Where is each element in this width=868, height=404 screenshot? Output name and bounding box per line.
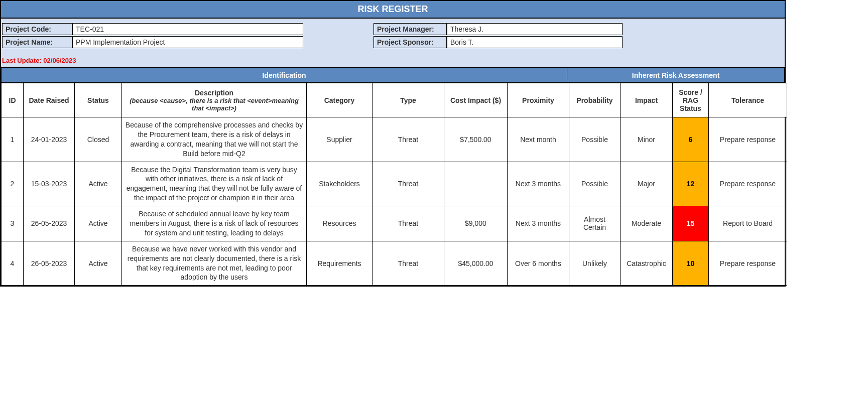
- cell-impact: Major: [621, 162, 673, 206]
- col-probability: Probability: [569, 83, 621, 117]
- risk-register-container: RISK REGISTER Project Code: TEC-021 Proj…: [0, 0, 786, 287]
- col-status: Status: [75, 83, 122, 117]
- cell-proximity: Next 3 months: [508, 206, 569, 241]
- cell-category: Requirements: [307, 241, 373, 286]
- cell-probability: Unlikely: [569, 241, 621, 286]
- last-update: Last Update: 02/06/2023: [1, 49, 785, 65]
- cell-date-raised: 26-05-2023: [24, 206, 75, 241]
- cell-status: Active: [75, 206, 122, 241]
- project-name-value: PPM Implementation Project: [72, 36, 303, 48]
- risk-table: ID Date Raised Status Description (becau…: [1, 83, 787, 286]
- cell-impact: Catastrophic: [621, 241, 673, 286]
- cell-score: 6: [673, 117, 709, 162]
- project-manager-label: Project Manager:: [374, 23, 447, 35]
- section-headers: Identification Inherent Risk Assessment: [1, 68, 785, 83]
- cell-category: Resources: [307, 206, 373, 241]
- page-title: RISK REGISTER: [1, 1, 785, 19]
- col-id: ID: [2, 83, 24, 117]
- cell-probability: Possible: [569, 117, 621, 162]
- cell-id: 2: [2, 162, 24, 206]
- col-cost-impact: Cost Impact ($): [444, 83, 508, 117]
- cell-id: 1: [2, 117, 24, 162]
- cell-date-raised: 15-03-2023: [24, 162, 75, 206]
- col-description-title: Description: [125, 89, 303, 97]
- cell-status: Active: [75, 162, 122, 206]
- col-impact: Impact: [621, 83, 673, 117]
- cell-description: Because of scheduled annual leave by key…: [122, 206, 307, 241]
- project-name-label: Project Name:: [2, 36, 72, 48]
- cell-type: Threat: [373, 162, 444, 206]
- cell-description: Because the Digital Transformation team …: [122, 162, 307, 206]
- cell-impact: Minor: [621, 117, 673, 162]
- cell-description: Because we have never worked with this v…: [122, 241, 307, 286]
- project-code-value: TEC-021: [72, 23, 303, 35]
- cell-type: Threat: [373, 117, 444, 162]
- cell-proximity: Over 6 months: [508, 241, 569, 286]
- col-description-subtitle: (because <cause>, there is a risk that <…: [125, 97, 303, 112]
- col-score: Score / RAG Status: [673, 83, 709, 117]
- project-sponsor-value: Boris T.: [447, 36, 623, 48]
- col-proximity: Proximity: [508, 83, 569, 117]
- cell-cost-impact: $45,000.00: [444, 241, 508, 286]
- cell-score: 15: [673, 206, 709, 241]
- cell-tolerance: Prepare response: [709, 162, 787, 206]
- cell-cost-impact: $9,000: [444, 206, 508, 241]
- cell-cost-impact: [444, 162, 508, 206]
- col-type: Type: [373, 83, 444, 117]
- project-manager-value: Theresa J.: [447, 23, 623, 35]
- project-code-label: Project Code:: [2, 23, 72, 35]
- cell-type: Threat: [373, 241, 444, 286]
- col-date-raised: Date Raised: [24, 83, 75, 117]
- cell-score: 12: [673, 162, 709, 206]
- cell-description: Because of the comprehensive processes a…: [122, 117, 307, 162]
- cell-proximity: Next month: [508, 117, 569, 162]
- col-tolerance: Tolerance: [709, 83, 787, 117]
- cell-category: Stakeholders: [307, 162, 373, 206]
- project-sponsor-label: Project Sponsor:: [374, 36, 447, 48]
- cell-type: Threat: [373, 206, 444, 241]
- cell-status: Active: [75, 241, 122, 286]
- cell-score: 10: [673, 241, 709, 286]
- col-description: Description (because <cause>, there is a…: [122, 83, 307, 117]
- cell-probability: Possible: [569, 162, 621, 206]
- column-header-row: ID Date Raised Status Description (becau…: [2, 83, 787, 117]
- cell-id: 3: [2, 206, 24, 241]
- table-row: 326-05-2023ActiveBecause of scheduled an…: [2, 206, 787, 241]
- cell-probability: Almost Certain: [569, 206, 621, 241]
- cell-id: 4: [2, 241, 24, 286]
- table-row: 426-05-2023ActiveBecause we have never w…: [2, 241, 787, 286]
- cell-status: Closed: [75, 117, 122, 162]
- table-row: 215-03-2023ActiveBecause the Digital Tra…: [2, 162, 787, 206]
- cell-tolerance: Prepare response: [709, 117, 787, 162]
- cell-impact: Moderate: [621, 206, 673, 241]
- assessment-header: Inherent Risk Assessment: [567, 68, 785, 83]
- table-row: 124-01-2023ClosedBecause of the comprehe…: [2, 117, 787, 162]
- cell-proximity: Next 3 months: [508, 162, 569, 206]
- identification-header: Identification: [1, 68, 567, 83]
- cell-date-raised: 24-01-2023: [24, 117, 75, 162]
- cell-date-raised: 26-05-2023: [24, 241, 75, 286]
- cell-cost-impact: $7,500.00: [444, 117, 508, 162]
- cell-tolerance: Report to Board: [709, 206, 787, 241]
- cell-category: Supplier: [307, 117, 373, 162]
- col-category: Category: [307, 83, 373, 117]
- project-header: Project Code: TEC-021 Project Manager: T…: [1, 19, 785, 68]
- cell-tolerance: Prepare response: [709, 241, 787, 286]
